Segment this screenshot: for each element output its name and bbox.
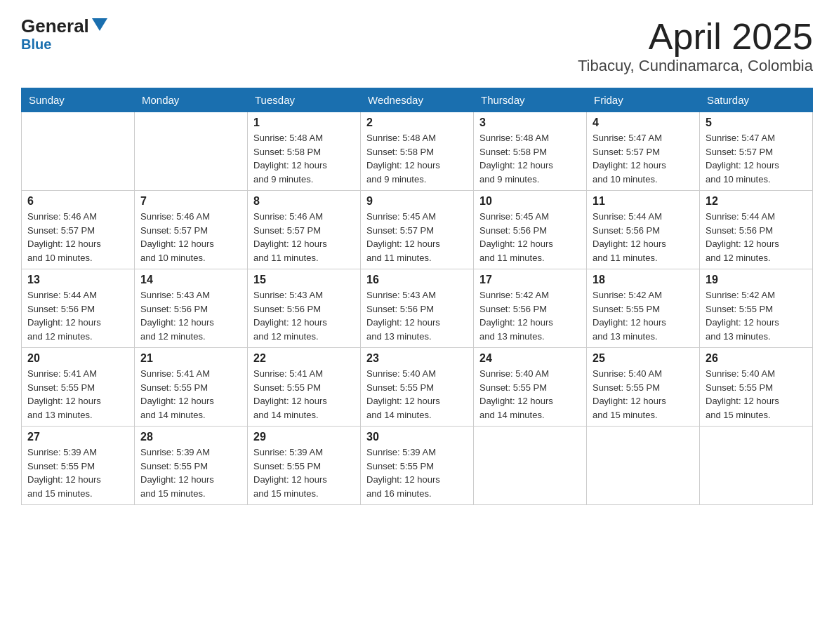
calendar-cell: 20Sunrise: 5:41 AM Sunset: 5:55 PM Dayli… — [22, 348, 135, 427]
day-number: 14 — [140, 274, 241, 286]
page-subtitle: Tibacuy, Cundinamarca, Colombia — [578, 57, 813, 75]
day-info: Sunrise: 5:40 AM Sunset: 5:55 PM Dayligh… — [366, 367, 468, 422]
logo: General Blue — [21, 17, 107, 53]
day-number: 8 — [253, 195, 355, 208]
calendar-cell: 9Sunrise: 5:45 AM Sunset: 5:57 PM Daylig… — [361, 191, 474, 269]
day-info: Sunrise: 5:44 AM Sunset: 5:56 PM Dayligh… — [27, 288, 128, 343]
calendar-week-row: 13Sunrise: 5:44 AM Sunset: 5:56 PM Dayli… — [22, 269, 813, 348]
day-info: Sunrise: 5:39 AM Sunset: 5:55 PM Dayligh… — [140, 445, 241, 500]
calendar-cell: 6Sunrise: 5:46 AM Sunset: 5:57 PM Daylig… — [22, 191, 135, 269]
logo-triangle-icon — [92, 18, 107, 31]
day-info: Sunrise: 5:44 AM Sunset: 5:56 PM Dayligh… — [593, 210, 694, 264]
calendar-weekday-thursday: Thursday — [474, 88, 587, 112]
page-title: April 2025 — [578, 17, 813, 57]
day-number: 28 — [140, 431, 241, 443]
calendar-weekday-tuesday: Tuesday — [248, 88, 361, 112]
day-number: 22 — [253, 352, 355, 365]
day-info: Sunrise: 5:48 AM Sunset: 5:58 PM Dayligh… — [366, 131, 468, 186]
day-number: 2 — [366, 116, 468, 129]
day-number: 29 — [253, 431, 355, 443]
calendar-cell: 12Sunrise: 5:44 AM Sunset: 5:56 PM Dayli… — [700, 191, 813, 269]
calendar-cell: 1Sunrise: 5:48 AM Sunset: 5:58 PM Daylig… — [248, 112, 361, 191]
day-number: 5 — [706, 116, 807, 129]
svg-marker-0 — [92, 18, 107, 31]
calendar-week-row: 27Sunrise: 5:39 AM Sunset: 5:55 PM Dayli… — [22, 427, 813, 505]
calendar-weekday-saturday: Saturday — [700, 88, 813, 112]
day-number: 27 — [27, 431, 128, 443]
calendar-cell: 24Sunrise: 5:40 AM Sunset: 5:55 PM Dayli… — [474, 348, 587, 427]
calendar-cell: 30Sunrise: 5:39 AM Sunset: 5:55 PM Dayli… — [361, 427, 474, 505]
day-number: 26 — [706, 352, 807, 365]
day-number: 25 — [593, 352, 694, 365]
day-info: Sunrise: 5:43 AM Sunset: 5:56 PM Dayligh… — [140, 288, 241, 343]
day-info: Sunrise: 5:45 AM Sunset: 5:57 PM Dayligh… — [366, 210, 468, 264]
day-number: 16 — [366, 274, 468, 286]
day-info: Sunrise: 5:40 AM Sunset: 5:55 PM Dayligh… — [479, 367, 581, 422]
day-info: Sunrise: 5:39 AM Sunset: 5:55 PM Dayligh… — [366, 445, 468, 500]
day-number: 11 — [593, 195, 694, 208]
day-number: 1 — [253, 116, 355, 129]
day-info: Sunrise: 5:48 AM Sunset: 5:58 PM Dayligh… — [253, 131, 355, 186]
calendar-cell: 19Sunrise: 5:42 AM Sunset: 5:55 PM Dayli… — [700, 269, 813, 348]
day-number: 9 — [366, 195, 468, 208]
calendar-cell: 16Sunrise: 5:43 AM Sunset: 5:56 PM Dayli… — [361, 269, 474, 348]
day-number: 18 — [593, 274, 694, 286]
calendar-cell: 22Sunrise: 5:41 AM Sunset: 5:55 PM Dayli… — [248, 348, 361, 427]
calendar-cell: 8Sunrise: 5:46 AM Sunset: 5:57 PM Daylig… — [248, 191, 361, 269]
day-number: 4 — [593, 116, 694, 129]
day-info: Sunrise: 5:43 AM Sunset: 5:56 PM Dayligh… — [366, 288, 468, 343]
day-number: 30 — [366, 431, 468, 443]
calendar-cell: 4Sunrise: 5:47 AM Sunset: 5:57 PM Daylig… — [587, 112, 700, 191]
logo-accent: Blue — [21, 36, 51, 53]
calendar-cell: 7Sunrise: 5:46 AM Sunset: 5:57 PM Daylig… — [135, 191, 248, 269]
calendar-week-row: 20Sunrise: 5:41 AM Sunset: 5:55 PM Dayli… — [22, 348, 813, 427]
calendar-cell: 18Sunrise: 5:42 AM Sunset: 5:55 PM Dayli… — [587, 269, 700, 348]
day-info: Sunrise: 5:47 AM Sunset: 5:57 PM Dayligh… — [593, 131, 694, 186]
day-info: Sunrise: 5:41 AM Sunset: 5:55 PM Dayligh… — [253, 367, 355, 422]
calendar-weekday-monday: Monday — [135, 88, 248, 112]
logo-brand: General — [21, 17, 89, 35]
calendar-cell — [135, 112, 248, 191]
day-number: 12 — [706, 195, 807, 208]
day-number: 15 — [253, 274, 355, 286]
calendar-cell — [587, 427, 700, 505]
day-number: 24 — [479, 352, 581, 365]
day-info: Sunrise: 5:41 AM Sunset: 5:55 PM Dayligh… — [27, 367, 128, 422]
day-number: 7 — [140, 195, 241, 208]
day-info: Sunrise: 5:45 AM Sunset: 5:56 PM Dayligh… — [479, 210, 581, 264]
calendar-cell: 23Sunrise: 5:40 AM Sunset: 5:55 PM Dayli… — [361, 348, 474, 427]
calendar-weekday-wednesday: Wednesday — [361, 88, 474, 112]
calendar-week-row: 1Sunrise: 5:48 AM Sunset: 5:58 PM Daylig… — [22, 112, 813, 191]
calendar-cell: 29Sunrise: 5:39 AM Sunset: 5:55 PM Dayli… — [248, 427, 361, 505]
calendar-weekday-friday: Friday — [587, 88, 700, 112]
calendar-cell: 27Sunrise: 5:39 AM Sunset: 5:55 PM Dayli… — [22, 427, 135, 505]
calendar-cell: 26Sunrise: 5:40 AM Sunset: 5:55 PM Dayli… — [700, 348, 813, 427]
calendar-cell — [700, 427, 813, 505]
day-info: Sunrise: 5:43 AM Sunset: 5:56 PM Dayligh… — [253, 288, 355, 343]
calendar-cell: 15Sunrise: 5:43 AM Sunset: 5:56 PM Dayli… — [248, 269, 361, 348]
calendar-weekday-sunday: Sunday — [22, 88, 135, 112]
day-number: 21 — [140, 352, 241, 365]
day-info: Sunrise: 5:42 AM Sunset: 5:56 PM Dayligh… — [479, 288, 581, 343]
calendar-cell: 5Sunrise: 5:47 AM Sunset: 5:57 PM Daylig… — [700, 112, 813, 191]
calendar-cell: 17Sunrise: 5:42 AM Sunset: 5:56 PM Dayli… — [474, 269, 587, 348]
day-number: 17 — [479, 274, 581, 286]
page-header: General Blue April 2025 Tibacuy, Cundina… — [21, 17, 813, 75]
calendar-cell — [22, 112, 135, 191]
day-info: Sunrise: 5:47 AM Sunset: 5:57 PM Dayligh… — [706, 131, 807, 186]
day-number: 23 — [366, 352, 468, 365]
day-info: Sunrise: 5:40 AM Sunset: 5:55 PM Dayligh… — [706, 367, 807, 422]
day-number: 6 — [27, 195, 128, 208]
day-info: Sunrise: 5:46 AM Sunset: 5:57 PM Dayligh… — [27, 210, 128, 264]
day-number: 20 — [27, 352, 128, 365]
title-block: April 2025 Tibacuy, Cundinamarca, Colomb… — [578, 17, 813, 75]
calendar-cell: 11Sunrise: 5:44 AM Sunset: 5:56 PM Dayli… — [587, 191, 700, 269]
calendar-cell: 3Sunrise: 5:48 AM Sunset: 5:58 PM Daylig… — [474, 112, 587, 191]
day-number: 10 — [479, 195, 581, 208]
calendar-table: SundayMondayTuesdayWednesdayThursdayFrid… — [21, 88, 813, 505]
day-info: Sunrise: 5:44 AM Sunset: 5:56 PM Dayligh… — [706, 210, 807, 264]
day-info: Sunrise: 5:46 AM Sunset: 5:57 PM Dayligh… — [140, 210, 241, 264]
calendar-cell: 2Sunrise: 5:48 AM Sunset: 5:58 PM Daylig… — [361, 112, 474, 191]
day-info: Sunrise: 5:42 AM Sunset: 5:55 PM Dayligh… — [593, 288, 694, 343]
calendar-cell: 14Sunrise: 5:43 AM Sunset: 5:56 PM Dayli… — [135, 269, 248, 348]
